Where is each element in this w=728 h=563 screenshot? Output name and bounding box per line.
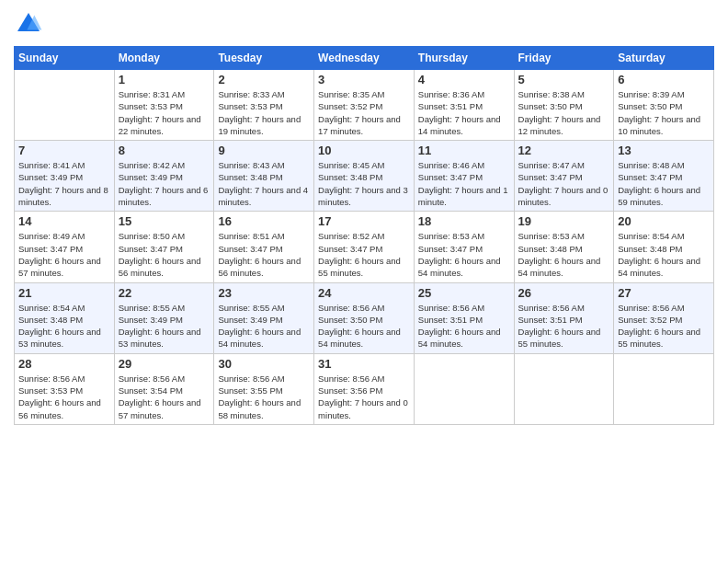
calendar-cell: 21Sunrise: 8:54 AM Sunset: 3:48 PM Dayli…: [15, 282, 115, 353]
calendar-cell: 7Sunrise: 8:41 AM Sunset: 3:49 PM Daylig…: [15, 141, 115, 212]
logo-icon: [14, 9, 43, 39]
calendar-cell: 19Sunrise: 8:53 AM Sunset: 3:48 PM Dayli…: [514, 212, 614, 282]
day-number: 18: [418, 214, 510, 228]
calendar-cell: 26Sunrise: 8:56 AM Sunset: 3:51 PM Dayli…: [514, 282, 614, 353]
day-number: 23: [218, 286, 310, 300]
header-day-thursday: Thursday: [414, 47, 514, 70]
header-day-wednesday: Wednesday: [314, 47, 415, 70]
calendar-week-row: 28Sunrise: 8:56 AM Sunset: 3:53 PM Dayli…: [15, 353, 714, 424]
day-number: 31: [318, 357, 410, 371]
day-info: Sunrise: 8:55 AM Sunset: 3:49 PM Dayligh…: [218, 302, 310, 350]
day-info: Sunrise: 8:56 AM Sunset: 3:51 PM Dayligh…: [518, 302, 610, 350]
day-number: 13: [618, 144, 710, 157]
day-info: Sunrise: 8:42 AM Sunset: 3:49 PM Dayligh…: [119, 159, 210, 208]
calendar-cell: 6Sunrise: 8:39 AM Sunset: 3:50 PM Daylig…: [614, 70, 714, 141]
day-info: Sunrise: 8:53 AM Sunset: 3:48 PM Dayligh…: [518, 230, 610, 279]
day-info: Sunrise: 8:41 AM Sunset: 3:49 PM Dayligh…: [18, 159, 110, 208]
day-number: 25: [418, 286, 510, 300]
calendar-cell: 27Sunrise: 8:56 AM Sunset: 3:52 PM Dayli…: [614, 282, 714, 353]
header-day-tuesday: Tuesday: [214, 47, 314, 70]
calendar-cell: 2Sunrise: 8:33 AM Sunset: 3:53 PM Daylig…: [214, 70, 314, 141]
calendar-cell: 20Sunrise: 8:54 AM Sunset: 3:48 PM Dayli…: [614, 212, 714, 282]
header-day-saturday: Saturday: [614, 47, 714, 70]
calendar-cell: [514, 353, 614, 424]
day-number: 5: [518, 73, 610, 86]
calendar-cell: 14Sunrise: 8:49 AM Sunset: 3:47 PM Dayli…: [15, 212, 115, 282]
day-number: 12: [518, 144, 610, 157]
day-number: 4: [418, 73, 510, 86]
calendar-cell: 22Sunrise: 8:55 AM Sunset: 3:49 PM Dayli…: [114, 282, 214, 353]
day-number: 17: [318, 214, 410, 228]
day-number: 1: [119, 73, 210, 86]
calendar-cell: [414, 353, 514, 424]
calendar-cell: 17Sunrise: 8:52 AM Sunset: 3:47 PM Dayli…: [314, 212, 415, 282]
calendar-cell: 31Sunrise: 8:56 AM Sunset: 3:56 PM Dayli…: [314, 353, 415, 424]
day-number: 20: [618, 214, 710, 228]
header-day-monday: Monday: [114, 47, 214, 70]
calendar-cell: 25Sunrise: 8:56 AM Sunset: 3:51 PM Dayli…: [414, 282, 514, 353]
day-number: 11: [418, 144, 510, 157]
calendar-cell: 1Sunrise: 8:31 AM Sunset: 3:53 PM Daylig…: [114, 70, 214, 141]
day-info: Sunrise: 8:55 AM Sunset: 3:49 PM Dayligh…: [119, 302, 210, 350]
day-number: 9: [218, 144, 310, 157]
calendar-week-row: 1Sunrise: 8:31 AM Sunset: 3:53 PM Daylig…: [15, 70, 714, 141]
day-number: 24: [318, 286, 410, 300]
day-info: Sunrise: 8:35 AM Sunset: 3:52 PM Dayligh…: [318, 88, 410, 137]
header: [14, 9, 714, 39]
calendar-week-row: 21Sunrise: 8:54 AM Sunset: 3:48 PM Dayli…: [15, 282, 714, 353]
day-number: 22: [119, 286, 210, 300]
day-info: Sunrise: 8:54 AM Sunset: 3:48 PM Dayligh…: [18, 302, 110, 350]
calendar-cell: 28Sunrise: 8:56 AM Sunset: 3:53 PM Dayli…: [15, 353, 115, 424]
calendar-cell: 4Sunrise: 8:36 AM Sunset: 3:51 PM Daylig…: [414, 70, 514, 141]
day-number: 28: [18, 357, 110, 371]
day-info: Sunrise: 8:50 AM Sunset: 3:47 PM Dayligh…: [119, 230, 210, 279]
day-info: Sunrise: 8:49 AM Sunset: 3:47 PM Dayligh…: [18, 230, 110, 279]
day-info: Sunrise: 8:51 AM Sunset: 3:47 PM Dayligh…: [218, 230, 310, 279]
day-info: Sunrise: 8:52 AM Sunset: 3:47 PM Dayligh…: [318, 230, 410, 279]
calendar-cell: 3Sunrise: 8:35 AM Sunset: 3:52 PM Daylig…: [314, 70, 415, 141]
day-info: Sunrise: 8:56 AM Sunset: 3:55 PM Dayligh…: [218, 373, 310, 421]
calendar-cell: [614, 353, 714, 424]
day-info: Sunrise: 8:45 AM Sunset: 3:48 PM Dayligh…: [318, 159, 410, 208]
calendar-cell: 29Sunrise: 8:56 AM Sunset: 3:54 PM Dayli…: [114, 353, 214, 424]
day-info: Sunrise: 8:56 AM Sunset: 3:53 PM Dayligh…: [18, 373, 110, 421]
calendar-header-row: SundayMondayTuesdayWednesdayThursdayFrid…: [15, 47, 714, 70]
calendar-cell: 8Sunrise: 8:42 AM Sunset: 3:49 PM Daylig…: [114, 141, 214, 212]
day-info: Sunrise: 8:31 AM Sunset: 3:53 PM Dayligh…: [119, 88, 210, 137]
day-number: 2: [218, 73, 310, 86]
calendar-cell: 13Sunrise: 8:48 AM Sunset: 3:47 PM Dayli…: [614, 141, 714, 212]
header-day-friday: Friday: [514, 47, 614, 70]
day-number: 3: [318, 73, 410, 86]
day-info: Sunrise: 8:56 AM Sunset: 3:56 PM Dayligh…: [318, 373, 410, 421]
day-number: 7: [18, 144, 110, 157]
calendar-cell: 24Sunrise: 8:56 AM Sunset: 3:50 PM Dayli…: [314, 282, 415, 353]
day-info: Sunrise: 8:39 AM Sunset: 3:50 PM Dayligh…: [618, 88, 710, 137]
calendar-week-row: 14Sunrise: 8:49 AM Sunset: 3:47 PM Dayli…: [15, 212, 714, 282]
day-info: Sunrise: 8:43 AM Sunset: 3:48 PM Dayligh…: [218, 159, 310, 208]
day-info: Sunrise: 8:46 AM Sunset: 3:47 PM Dayligh…: [418, 159, 510, 208]
day-info: Sunrise: 8:56 AM Sunset: 3:51 PM Dayligh…: [418, 302, 510, 350]
day-info: Sunrise: 8:36 AM Sunset: 3:51 PM Dayligh…: [418, 88, 510, 137]
calendar-cell: 5Sunrise: 8:38 AM Sunset: 3:50 PM Daylig…: [514, 70, 614, 141]
day-number: 21: [18, 286, 110, 300]
day-number: 14: [18, 214, 110, 228]
day-info: Sunrise: 8:38 AM Sunset: 3:50 PM Dayligh…: [518, 88, 610, 137]
day-info: Sunrise: 8:33 AM Sunset: 3:53 PM Dayligh…: [218, 88, 310, 137]
calendar-table: SundayMondayTuesdayWednesdayThursdayFrid…: [14, 46, 714, 425]
day-number: 26: [518, 286, 610, 300]
calendar-cell: 30Sunrise: 8:56 AM Sunset: 3:55 PM Dayli…: [214, 353, 314, 424]
day-info: Sunrise: 8:56 AM Sunset: 3:50 PM Dayligh…: [318, 302, 410, 350]
day-number: 19: [518, 214, 610, 228]
day-number: 6: [618, 73, 710, 86]
calendar-cell: 16Sunrise: 8:51 AM Sunset: 3:47 PM Dayli…: [214, 212, 314, 282]
logo: [14, 9, 47, 39]
day-info: Sunrise: 8:53 AM Sunset: 3:47 PM Dayligh…: [418, 230, 510, 279]
day-info: Sunrise: 8:47 AM Sunset: 3:47 PM Dayligh…: [518, 159, 610, 208]
day-number: 10: [318, 144, 410, 157]
calendar-cell: 18Sunrise: 8:53 AM Sunset: 3:47 PM Dayli…: [414, 212, 514, 282]
calendar-cell: 15Sunrise: 8:50 AM Sunset: 3:47 PM Dayli…: [114, 212, 214, 282]
day-info: Sunrise: 8:56 AM Sunset: 3:54 PM Dayligh…: [119, 373, 210, 421]
day-info: Sunrise: 8:56 AM Sunset: 3:52 PM Dayligh…: [618, 302, 710, 350]
calendar-cell: [15, 70, 115, 141]
day-number: 29: [119, 357, 210, 371]
